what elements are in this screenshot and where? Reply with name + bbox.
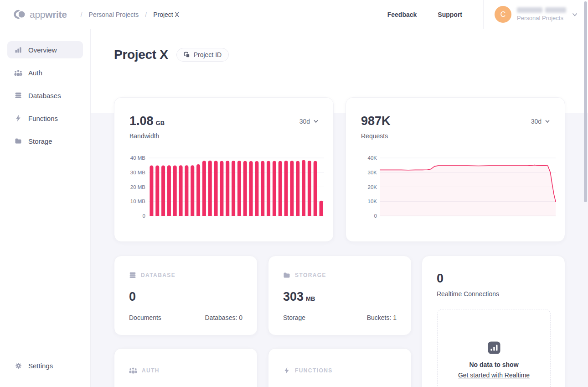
- database-card[interactable]: DATABASE 0 Documents Databases: 0: [114, 256, 258, 335]
- logo-text: appwrite: [30, 9, 67, 20]
- appwrite-logo-icon: [14, 8, 26, 21]
- requests-label: Requests: [361, 132, 391, 140]
- functions-card[interactable]: FUNCTIONS: [268, 348, 412, 387]
- sidebar-item-overview[interactable]: Overview: [7, 41, 83, 58]
- buckets-meta: Buckets: 1: [367, 314, 397, 321]
- documents-count: 0: [129, 290, 242, 304]
- svg-text:30 MB: 30 MB: [130, 170, 146, 175]
- auth-card[interactable]: AUTH: [114, 348, 258, 387]
- storage-category-label: STORAGE: [295, 272, 326, 278]
- folder-icon: [14, 137, 22, 145]
- sidebar-item-label: Settings: [28, 362, 53, 370]
- user-org-label: Personal Projects: [517, 15, 566, 21]
- no-data-message: No data to show: [469, 361, 518, 368]
- database-icon: [14, 92, 22, 99]
- breadcrumb-project[interactable]: Project X: [153, 11, 179, 18]
- breadcrumb: / Personal Projects / Project X: [81, 11, 179, 18]
- chevron-down-icon: [313, 119, 319, 124]
- sidebar: Overview Auth Databases Functions Storag…: [0, 29, 91, 387]
- sidebar-item-storage[interactable]: Storage: [7, 132, 83, 150]
- page-title: Project X: [114, 47, 168, 62]
- lightning-icon: [14, 115, 22, 122]
- bar-chart-icon: [14, 46, 22, 53]
- avatar: C: [495, 6, 511, 23]
- lightning-icon: [283, 367, 290, 374]
- get-started-realtime-link[interactable]: Get started with Realtime: [458, 371, 530, 379]
- svg-text:30K: 30K: [368, 170, 377, 175]
- sidebar-item-auth[interactable]: Auth: [7, 64, 83, 81]
- bandwidth-bar-chart: 010 MB20 MB30 MB40 MB: [125, 152, 326, 220]
- auth-category-label: AUTH: [142, 367, 160, 374]
- bandwidth-value: 1.08GB: [129, 114, 165, 128]
- realtime-card: 0 Realtime Connections No data to show G…: [422, 256, 565, 387]
- svg-text:0: 0: [143, 213, 145, 219]
- svg-text:40K: 40K: [368, 155, 377, 161]
- svg-text:10K: 10K: [368, 199, 377, 204]
- realtime-connections-label: Realtime Connections: [437, 290, 550, 298]
- project-id-label: Project ID: [194, 51, 222, 58]
- storage-size: 303MB: [283, 290, 397, 304]
- bandwidth-card: 1.08GB Bandwidth 30d 010 MB20 MB30 MB40 …: [114, 97, 334, 242]
- user-menu[interactable]: C Personal Projects: [484, 0, 588, 29]
- vertical-scrollbar-thumb[interactable]: [584, 1, 587, 202]
- requests-line-chart: 010K20K30K40K: [357, 152, 557, 220]
- svg-text:20K: 20K: [368, 184, 377, 190]
- sidebar-item-label: Functions: [28, 115, 58, 122]
- bandwidth-label: Bandwidth: [129, 132, 165, 140]
- sidebar-item-label: Auth: [28, 69, 42, 77]
- project-id-badge[interactable]: Project ID: [176, 48, 229, 62]
- breadcrumb-org[interactable]: Personal Projects: [89, 11, 139, 18]
- requests-card: 987K Requests 30d 010K20K30K40K: [346, 97, 565, 242]
- sidebar-item-label: Storage: [28, 137, 52, 145]
- main-content: Project X Project ID 1.08GB Bandwidth 30…: [91, 29, 588, 387]
- folder-icon: [283, 272, 290, 279]
- users-icon: [14, 69, 22, 76]
- header-right: Feedback Support C Personal Projects: [387, 0, 588, 29]
- requests-value: 987K: [361, 114, 391, 128]
- svg-text:20 MB: 20 MB: [130, 184, 146, 190]
- database-icon: [129, 272, 136, 279]
- svg-text:0: 0: [374, 213, 377, 219]
- sidebar-item-databases[interactable]: Databases: [7, 87, 83, 104]
- breadcrumb-separator: /: [81, 11, 83, 18]
- appwrite-console: appwrite / Personal Projects / Project X…: [0, 0, 588, 387]
- breadcrumb-separator: /: [145, 11, 147, 18]
- user-name-redacted: [517, 7, 566, 13]
- gear-icon: [14, 362, 22, 369]
- documents-label: Documents: [129, 314, 161, 321]
- chevron-down-icon: [545, 119, 550, 124]
- top-nav: appwrite / Personal Projects / Project X…: [0, 0, 588, 29]
- databases-meta: Databases: 0: [205, 314, 243, 321]
- svg-text:10 MB: 10 MB: [130, 199, 146, 204]
- users-icon: [129, 367, 137, 374]
- storage-card[interactable]: STORAGE 303MB Storage Buckets: 1: [268, 256, 412, 335]
- bar-chart-icon: [488, 341, 500, 354]
- realtime-empty-state: No data to show Get started with Realtim…: [437, 309, 551, 387]
- functions-category-label: FUNCTIONS: [295, 367, 333, 374]
- database-category-label: DATABASE: [141, 272, 175, 278]
- sidebar-item-label: Overview: [28, 46, 57, 54]
- appwrite-logo: appwrite: [0, 8, 67, 21]
- realtime-connections-count: 0: [437, 272, 550, 286]
- sidebar-item-settings[interactable]: Settings: [7, 357, 83, 374]
- requests-period-select[interactable]: 30d: [531, 118, 550, 125]
- storage-label: Storage: [283, 314, 305, 321]
- sidebar-item-label: Databases: [28, 92, 61, 99]
- bandwidth-period-select[interactable]: 30d: [299, 118, 319, 125]
- chevron-down-icon: [572, 11, 578, 18]
- copy-icon: [184, 52, 190, 58]
- svg-text:40 MB: 40 MB: [130, 155, 146, 161]
- sidebar-item-functions[interactable]: Functions: [7, 110, 83, 127]
- feedback-link[interactable]: Feedback: [387, 11, 417, 18]
- support-link[interactable]: Support: [438, 11, 462, 18]
